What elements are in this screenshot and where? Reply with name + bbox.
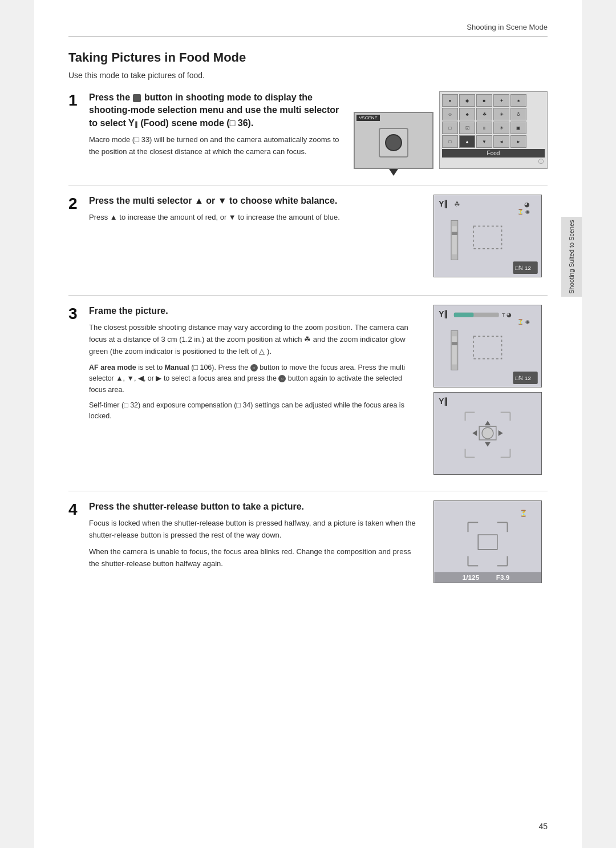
svg-marker-37 (472, 430, 477, 436)
step-3-focus-diagram: Y‖ (433, 392, 542, 475)
step-1-number: 1 (68, 92, 89, 108)
svg-rect-20 (452, 336, 457, 364)
step-1-content: Press the button in shooting mode to dis… (89, 91, 354, 158)
step-1: 1 Press the button in shooting mode to d… (68, 91, 548, 169)
page-title: Taking Pictures in Food Mode (68, 50, 548, 65)
step-4-content: Press the shutter-release button to take… (89, 500, 428, 570)
steps-container: 1 Press the button in shooting mode to d… (68, 91, 548, 585)
sidebar-label: Shooting Suited to Scenes (568, 220, 575, 294)
step-2-image: Y‖ ☘ ◕ ⏳ ◉ □ℕ 12 (433, 195, 548, 279)
step-3-zoom-diagram: Y‖ T ◕ ⏳ ◉ □ℕ 12 (433, 305, 542, 387)
step-2-body: Press ▲ to increase the amount of red, o… (89, 212, 416, 224)
step-3-number: 3 (68, 306, 89, 322)
step-3-selftimer: Self-timer (□ 32) and exposure compensat… (89, 400, 416, 422)
svg-rect-49 (478, 535, 497, 550)
svg-text:◕: ◕ (506, 312, 512, 318)
svg-text:T: T (502, 312, 505, 318)
svg-rect-21 (452, 342, 457, 345)
scene-menu-screen: */SCENE (354, 112, 433, 169)
step-3-body: The closest possible shooting distance m… (89, 322, 416, 357)
intro-text: Use this mode to take pictures of food. (68, 71, 548, 80)
step-2-heading: Press the multi selector ▲ or ▼ to choos… (89, 195, 416, 207)
svg-text:⏳: ⏳ (517, 318, 524, 325)
grid-menu: ● ◆ ■ ✦ ♠ ☺ ♣ ☘ ☀ ♁ (439, 91, 548, 169)
step-2-content: Press the multi selector ▲ or ▼ to choos… (89, 195, 428, 224)
svg-text:□ℕ 12: □ℕ 12 (515, 265, 531, 271)
food-label: Food (442, 149, 545, 158)
step-4-number: 4 (68, 502, 89, 518)
header-title: Shooting in Scene Mode (467, 23, 548, 31)
step-4-image: ⏳ 1/125 F3.9 (433, 500, 548, 585)
step-4-body1: Focus is locked when the shutter-release… (89, 518, 416, 542)
step-4-heading: Press the shutter-release button to take… (89, 500, 416, 513)
step-2-number: 2 (68, 196, 89, 212)
step-1-images: */SCENE ● (354, 91, 548, 169)
svg-text:Y‖: Y‖ (439, 310, 448, 318)
step-3-heading: Frame the picture. (89, 305, 416, 317)
step-2: 2 Press the multi selector ▲ or ▼ to cho… (68, 195, 548, 279)
svg-text:Y‖: Y‖ (439, 200, 448, 208)
step-3-images: Y‖ T ◕ ⏳ ◉ □ℕ 12 (433, 305, 548, 475)
svg-marker-35 (485, 421, 491, 425)
svg-text:◉: ◉ (525, 319, 530, 325)
svg-text:⏳: ⏳ (517, 208, 524, 215)
svg-point-39 (482, 427, 493, 439)
step-1-heading: Press the button in shooting mode to dis… (89, 91, 342, 130)
svg-marker-36 (485, 442, 491, 447)
svg-text:⏳: ⏳ (520, 509, 528, 517)
svg-text:☘: ☘ (454, 200, 460, 208)
step-4-diagram: ⏳ 1/125 F3.9 (433, 500, 542, 583)
header: Shooting in Scene Mode (68, 23, 548, 37)
step-4-body2: When the camera is unable to focus, the … (89, 546, 416, 570)
step-3-content: Frame the picture. The closest possible … (89, 305, 428, 422)
svg-marker-38 (499, 430, 503, 436)
page: Shooting in Scene Mode Taking Pictures i… (34, 0, 582, 848)
step-3: 3 Frame the picture. The closest possibl… (68, 305, 548, 475)
svg-rect-8 (452, 232, 457, 235)
svg-text:F3.9: F3.9 (496, 574, 510, 582)
svg-rect-14 (454, 313, 474, 317)
svg-rect-7 (452, 226, 457, 254)
step-3-afnote: AF area mode is set to Manual (□ 106). P… (89, 362, 416, 395)
svg-text:□ℕ 12: □ℕ 12 (515, 375, 531, 381)
svg-text:Y‖: Y‖ (439, 397, 448, 406)
step-1-body: Macro mode (□ 33) will be turned on and … (89, 134, 342, 158)
step-4: 4 Press the shutter-release button to ta… (68, 500, 548, 585)
page-number: 45 (538, 822, 548, 831)
svg-text:1/125: 1/125 (463, 574, 480, 582)
svg-text:◉: ◉ (525, 209, 530, 215)
svg-text:◕: ◕ (524, 201, 530, 208)
sidebar-tab: Shooting Suited to Scenes (561, 217, 582, 297)
svg-rect-22 (473, 336, 501, 358)
step-2-diagram: Y‖ ☘ ◕ ⏳ ◉ □ℕ 12 (433, 195, 542, 277)
svg-rect-50 (434, 572, 541, 583)
